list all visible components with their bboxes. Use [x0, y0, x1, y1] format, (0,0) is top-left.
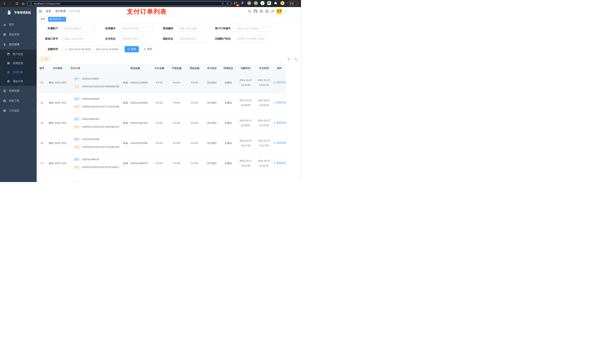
view-details-link[interactable]: 查看详情	[273, 121, 286, 125]
filter-select[interactable]: 请选择应用信息	[120, 25, 153, 32]
font-size-icon[interactable]: TT	[271, 10, 274, 13]
filter-input[interactable]	[62, 25, 96, 32]
refund-amount-cell: ¥ 0.00	[186, 153, 204, 173]
refund-amount-cell: ¥ 0.00	[186, 93, 204, 113]
kite-extension-icon[interactable]	[240, 1, 245, 6]
pay-channel-cell: 微信 JSAPI 支付	[46, 133, 69, 153]
svg-text:y: y	[262, 2, 263, 5]
tab-close-icon[interactable]: ×	[63, 18, 64, 21]
sidebar-item-0[interactable]: 首页	[0, 20, 37, 30]
record-extension-icon[interactable]	[254, 1, 258, 6]
command-extension-icon[interactable]: ⌘	[247, 1, 251, 6]
annotation-title: 支付订单列表	[127, 7, 167, 16]
rabbit-logo-icon	[6, 10, 12, 16]
sidebar-item-1[interactable]: 系统管理	[0, 30, 37, 40]
date-end-value[interactable]: 2021-10-31 23:59:59	[96, 48, 118, 51]
breadcrumb-item[interactable]: 首页	[46, 10, 51, 13]
pin-extension-icon[interactable]: 10	[234, 1, 238, 6]
refund-amount-cell	[186, 173, 204, 182]
url-bar[interactable]: localhost:1024/pay/order	[27, 1, 231, 6]
search-button[interactable]: 搜索	[125, 46, 139, 52]
callback-status-cell: 未通知	[220, 93, 236, 113]
sidebar-subitem-2[interactable]: 支付订单	[0, 68, 37, 77]
toggle-search-button[interactable]	[286, 56, 291, 62]
filter-field: 所属商户	[42, 25, 99, 32]
sidebar-subitem-0[interactable]: 商户信息	[0, 50, 37, 59]
filter-input[interactable]	[235, 25, 269, 32]
avatar-dropdown-icon[interactable]	[284, 10, 287, 12]
date-start-value[interactable]: 2021-10-01 00:00:00	[68, 48, 91, 51]
merchant-order-line: 商户1635311254796	[73, 181, 119, 182]
chevron-down-icon	[262, 38, 264, 40]
browser-update-button[interactable]: 更新	[287, 1, 299, 6]
y-extension-icon[interactable]: y	[260, 1, 265, 6]
hamburger-icon[interactable]	[39, 10, 43, 13]
user-avatar[interactable]	[276, 9, 282, 14]
merchant-order-no: 1635311881440	[82, 118, 99, 120]
tabs-bar: 首页支付订单×	[37, 16, 301, 23]
text-input[interactable]	[64, 38, 92, 40]
order-id-cell: 19	[38, 113, 46, 133]
fullscreen-icon[interactable]	[265, 10, 269, 13]
filter-select[interactable]: 请选择退款状态	[178, 35, 208, 42]
github-icon[interactable]	[254, 10, 257, 13]
site-info-icon[interactable]	[29, 2, 32, 5]
filter-input[interactable]	[62, 35, 95, 42]
refresh-table-button[interactable]	[293, 56, 298, 62]
text-input[interactable]	[64, 27, 94, 30]
text-input[interactable]	[237, 27, 267, 30]
view-details-link[interactable]: 查看详情	[273, 81, 286, 84]
order-id-cell	[38, 173, 46, 182]
view-details-link[interactable]: 查看详情	[273, 101, 286, 104]
pay-order-no: 4200001181202110277723215336	[82, 105, 119, 108]
pay-status-cell: 支付成功	[204, 153, 220, 173]
browser-menu-icon[interactable]	[295, 2, 298, 5]
filter-select[interactable]: 请选择支付状态	[120, 35, 150, 42]
sidebar-item-5[interactable]: 工作流程	[0, 106, 37, 116]
forward-icon[interactable]	[8, 1, 13, 6]
chat-extension-icon[interactable]	[267, 1, 271, 6]
view-details-link[interactable]: 查看详情	[273, 141, 286, 145]
help-icon[interactable]	[259, 10, 263, 13]
merchant-order-no: 1635311949168	[82, 97, 99, 100]
extensions-puzzle-icon[interactable]	[274, 1, 278, 6]
view-icon	[273, 162, 276, 165]
sidebar-subitem-1[interactable]: 应用信息	[0, 59, 37, 68]
reset-button[interactable]: 重置	[141, 46, 155, 52]
filter-label: 渠道订单号	[42, 37, 58, 41]
home-icon[interactable]	[21, 1, 26, 6]
sidebar-item-2[interactable]: 支付管理	[0, 40, 37, 50]
tab-支付订单[interactable]: 支付订单×	[48, 17, 66, 22]
back-icon[interactable]	[2, 1, 7, 6]
profile-avatar-icon[interactable]	[280, 1, 285, 6]
view-details-link[interactable]: 查看详情	[273, 161, 286, 165]
reload-icon[interactable]	[14, 1, 19, 6]
filter-label: 回调商户状态	[214, 37, 231, 41]
column-header-编号: 编号	[38, 64, 46, 73]
browser-chrome: localhost:1024/pay/order 10⌘y 更新	[0, 0, 301, 7]
record-extension-icon	[254, 1, 258, 6]
pay-tag: 支付	[73, 105, 81, 109]
header-search-icon[interactable]	[248, 10, 251, 13]
bookmark-star-icon[interactable]	[226, 2, 229, 5]
sidebar-subitem-3[interactable]: 退款订单	[0, 77, 37, 86]
app-logo[interactable]: 芋道管理系统	[0, 7, 37, 17]
share-icon[interactable]	[221, 2, 224, 5]
tab-首页[interactable]: 首页	[39, 17, 47, 22]
breadcrumb-item[interactable]: 支付管理	[55, 10, 65, 13]
sidebar-item-4[interactable]: 研发工具	[0, 96, 37, 106]
export-button[interactable]: 导出	[39, 56, 51, 62]
pay-order-cell: 商户1635311254796	[69, 173, 119, 182]
sidebar-item-3[interactable]: 基础设施	[0, 86, 37, 96]
url-text[interactable]: localhost:1024/pay/order	[34, 2, 220, 5]
sidebar-submenu: 商户信息应用信息支付订单退款订单	[0, 50, 37, 86]
action-cell: 查看详情	[273, 133, 286, 153]
filter-select[interactable]: 请选择订单回调商户状态	[235, 35, 266, 42]
app-title: 芋道管理系统	[14, 11, 31, 14]
filter-field: 回调商户状态请选择订单回调商户状态	[214, 35, 272, 42]
extensions-puzzle-icon	[274, 1, 278, 6]
filter-select[interactable]: 请输入渠道编码	[178, 25, 211, 32]
callback-status-cell: 未通知	[220, 113, 236, 133]
created-time-range-picker[interactable]: 2021-10-01 00:00:00 - 2021-10-31 23:59:5…	[62, 46, 121, 52]
column-header-支付时间: 支付时间	[255, 64, 273, 73]
